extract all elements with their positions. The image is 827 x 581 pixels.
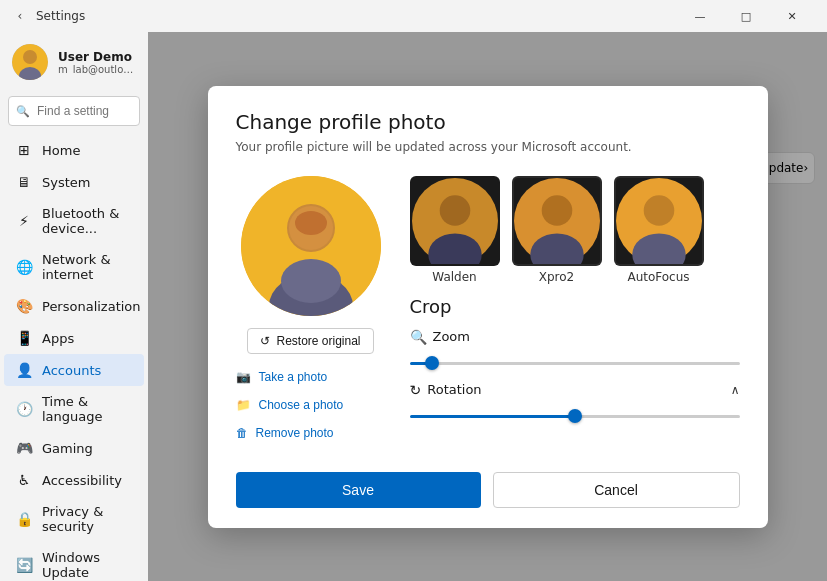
main-layout: User Demo m_lab@outlook... 🔍 ⊞ Home 🖥 Sy… <box>0 32 827 581</box>
take-photo-label: Take a photo <box>259 370 328 384</box>
sidebar-item-home[interactable]: ⊞ Home <box>4 134 144 166</box>
modal-body: ↺ Restore original 📷 Take a photo 📁 Choo… <box>208 160 768 460</box>
sidebar-item-label: Accessibility <box>42 473 122 488</box>
rotation-row: ↻ Rotation ∧ <box>410 382 740 421</box>
save-button[interactable]: Save <box>236 472 481 508</box>
sidebar-item-update[interactable]: 🔄 Windows Update <box>4 542 144 581</box>
camera-icon: 📷 <box>236 370 251 384</box>
sidebar-item-label: Windows Update <box>42 550 132 580</box>
crop-section: Crop 🔍 Zoom <box>410 296 740 444</box>
crop-title: Crop <box>410 296 740 317</box>
bluetooth-icon: ⚡ <box>16 213 32 229</box>
zoom-row: 🔍 Zoom <box>410 329 740 368</box>
accounts-icon: 👤 <box>16 362 32 378</box>
choose-photo-button[interactable]: 📁 Choose a photo <box>236 394 386 416</box>
sidebar-item-time[interactable]: 🕐 Time & language <box>4 386 144 432</box>
filter-xpro2[interactable]: Xpro2 <box>512 176 602 284</box>
rotation-header: ↻ Rotation ∧ <box>410 382 740 398</box>
sidebar-item-network[interactable]: 🌐 Network & internet <box>4 244 144 290</box>
system-icon: 🖥 <box>16 174 32 190</box>
sidebar-search: 🔍 <box>8 96 140 126</box>
filter-label: Walden <box>432 270 476 284</box>
photo-right: Walden <box>410 176 740 444</box>
user-info: User Demo m_lab@outlook... <box>58 50 136 75</box>
gaming-icon: 🎮 <box>16 440 32 456</box>
current-photo <box>241 176 381 316</box>
titlebar: ‹ Settings — □ ✕ <box>0 0 827 32</box>
avatar <box>12 44 48 80</box>
filter-thumb-xpro2 <box>512 176 602 266</box>
change-photo-modal: Change profile photo Your profile pictur… <box>208 86 768 528</box>
sidebar-item-label: System <box>42 175 90 190</box>
filter-label: Xpro2 <box>539 270 574 284</box>
sidebar-item-privacy[interactable]: 🔒 Privacy & security <box>4 496 144 542</box>
close-button[interactable]: ✕ <box>769 0 815 32</box>
privacy-icon: 🔒 <box>16 511 32 527</box>
filter-thumb-walden <box>410 176 500 266</box>
content-area: Update › Change profile photo Your profi… <box>148 32 827 581</box>
cancel-button[interactable]: Cancel <box>493 472 740 508</box>
update-icon: 🔄 <box>16 557 32 573</box>
sidebar-item-apps[interactable]: 📱 Apps <box>4 322 144 354</box>
filter-label: AutoFocus <box>627 270 689 284</box>
personalization-icon: 🎨 <box>16 298 32 314</box>
sidebar-item-bluetooth[interactable]: ⚡ Bluetooth & device... <box>4 198 144 244</box>
svg-point-1 <box>23 50 37 64</box>
svg-point-8 <box>295 211 327 235</box>
titlebar-title: Settings <box>36 9 85 23</box>
sidebar-item-accessibility[interactable]: ♿ Accessibility <box>4 464 144 496</box>
filter-thumb-autofocus <box>614 176 704 266</box>
restore-icon: ↺ <box>260 334 270 348</box>
zoom-label: Zoom <box>433 329 470 344</box>
sidebar-item-label: Gaming <box>42 441 93 456</box>
svg-point-6 <box>281 259 341 303</box>
sidebar-item-accounts[interactable]: 👤 Accounts <box>4 354 144 386</box>
sidebar-item-label: Network & internet <box>42 252 132 282</box>
back-button[interactable]: ‹ <box>12 8 28 24</box>
minimize-button[interactable]: — <box>677 0 723 32</box>
sidebar-item-label: Time & language <box>42 394 132 424</box>
sidebar-item-label: Home <box>42 143 80 158</box>
sidebar-item-label: Apps <box>42 331 74 346</box>
zoom-slider[interactable] <box>410 362 740 365</box>
user-profile[interactable]: User Demo m_lab@outlook... <box>0 36 148 88</box>
modal-header: Change profile photo Your profile pictur… <box>208 86 768 160</box>
sidebar-item-system[interactable]: 🖥 System <box>4 166 144 198</box>
sidebar: User Demo m_lab@outlook... 🔍 ⊞ Home 🖥 Sy… <box>0 32 148 581</box>
remove-photo-label: Remove photo <box>256 426 334 440</box>
filter-walden[interactable]: Walden <box>410 176 500 284</box>
modal-overlay: Change profile photo Your profile pictur… <box>148 32 827 581</box>
rotation-icon: ↻ <box>410 382 422 398</box>
modal-title: Change profile photo <box>236 110 740 134</box>
svg-point-15 <box>541 195 572 226</box>
maximize-button[interactable]: □ <box>723 0 769 32</box>
search-icon: 🔍 <box>16 105 30 118</box>
rotation-slider[interactable] <box>410 415 740 418</box>
zoom-header: 🔍 Zoom <box>410 329 740 345</box>
restore-original-button[interactable]: ↺ Restore original <box>247 328 373 354</box>
accessibility-icon: ♿ <box>16 472 32 488</box>
modal-footer: Save Cancel <box>208 460 768 528</box>
filter-row: Walden <box>410 176 740 284</box>
network-icon: 🌐 <box>16 259 32 275</box>
apps-icon: 📱 <box>16 330 32 346</box>
svg-point-19 <box>643 195 674 226</box>
user-name: User Demo <box>58 50 136 64</box>
chevron-up-icon[interactable]: ∧ <box>731 383 740 397</box>
zoom-icon: 🔍 <box>410 329 427 345</box>
modal-subtitle: Your profile picture will be updated acr… <box>236 140 740 154</box>
sidebar-item-label: Accounts <box>42 363 101 378</box>
window-controls: — □ ✕ <box>677 0 815 32</box>
sidebar-item-personalization[interactable]: 🎨 Personalization <box>4 290 144 322</box>
photo-actions: 📷 Take a photo 📁 Choose a photo 🗑 Remove… <box>236 366 386 444</box>
sidebar-item-gaming[interactable]: 🎮 Gaming <box>4 432 144 464</box>
user-email: m_lab@outlook... <box>58 64 136 75</box>
trash-icon: 🗑 <box>236 426 248 440</box>
sidebar-item-label: Personalization <box>42 299 141 314</box>
take-photo-button[interactable]: 📷 Take a photo <box>236 366 386 388</box>
remove-photo-button[interactable]: 🗑 Remove photo <box>236 422 386 444</box>
sidebar-item-label: Bluetooth & device... <box>42 206 132 236</box>
rotation-label: Rotation <box>427 382 481 397</box>
filter-autofocus[interactable]: AutoFocus <box>614 176 704 284</box>
home-icon: ⊞ <box>16 142 32 158</box>
